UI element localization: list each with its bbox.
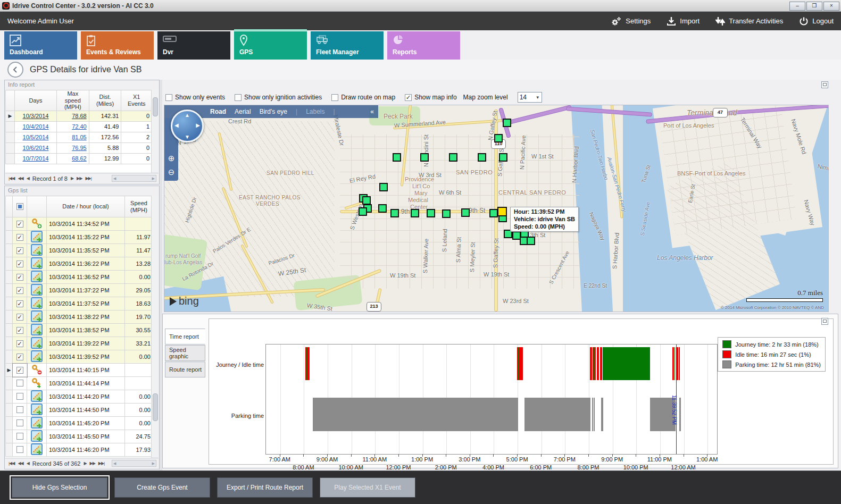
- gps-list-vscroll[interactable]: [151, 196, 159, 458]
- topbar-action-settings[interactable]: Settings: [610, 16, 651, 27]
- gps-list-hscroll[interactable]: ◀▶: [112, 460, 156, 467]
- day-link[interactable]: 10/7/2014: [23, 155, 49, 162]
- zoom-out-icon[interactable]: ⊖: [166, 167, 177, 178]
- map-compass-control[interactable]: ▲ ▼ ◀ ▶: [171, 110, 204, 142]
- selected-gps-marker[interactable]: [497, 207, 507, 216]
- nav-first-icon[interactable]: |◀◀: [9, 176, 14, 181]
- nav-prev-icon[interactable]: ◀: [27, 176, 29, 181]
- chart-tab-time-report[interactable]: Time report: [165, 329, 205, 345]
- back-button[interactable]: [7, 62, 23, 78]
- maxspeed-link[interactable]: 81.05: [72, 134, 87, 140]
- nav-prev-icon[interactable]: ◀: [27, 461, 29, 466]
- day-link[interactable]: 10/5/2014: [23, 134, 49, 140]
- checked-checkbox[interactable]: ✓: [405, 94, 412, 101]
- gps-row-checkbox[interactable]: ✓: [16, 274, 23, 281]
- gps-marker[interactable]: [499, 153, 507, 162]
- topbar-action-import[interactable]: Import: [667, 16, 700, 26]
- gps-row-checkbox[interactable]: ✓: [16, 287, 23, 294]
- day-link[interactable]: 10/6/2014: [23, 145, 49, 151]
- topbar-action-transfer-activities[interactable]: Transfer Activities: [715, 16, 783, 27]
- maxspeed-link[interactable]: 78.68: [72, 113, 87, 119]
- gps-row-checkbox[interactable]: ✓: [16, 354, 23, 360]
- create-gps-event-button[interactable]: Create Gps Event: [114, 477, 210, 498]
- tab-reports[interactable]: Reports: [387, 31, 460, 60]
- close-button[interactable]: ×: [823, 2, 839, 11]
- pan-down-icon[interactable]: ▼: [185, 134, 190, 140]
- map-option-show-only-events[interactable]: Show only events: [165, 94, 225, 101]
- topbar-action-logout[interactable]: Logout: [799, 16, 834, 26]
- gps-marker[interactable]: [503, 119, 511, 127]
- gps-row-checkbox[interactable]: ✓: [16, 300, 23, 307]
- nav-prevpage-icon[interactable]: ◀◀: [18, 461, 23, 466]
- export-print-route-report-button[interactable]: Export / Print Route Report: [217, 477, 313, 498]
- chart-tab-route-report[interactable]: Route report: [165, 362, 205, 377]
- pan-up-icon[interactable]: ▲: [185, 112, 190, 118]
- nav-next-icon[interactable]: ▶: [84, 461, 86, 466]
- gps-row-checkbox[interactable]: ✓: [16, 340, 23, 347]
- nav-next-icon[interactable]: ▶: [71, 176, 73, 181]
- unchecked-checkbox[interactable]: [165, 94, 172, 101]
- gps-marker[interactable]: [489, 209, 498, 217]
- gps-marker[interactable]: [379, 183, 388, 191]
- zoom-in-icon[interactable]: ⊕: [166, 153, 177, 164]
- day-link[interactable]: 10/4/2014: [23, 123, 49, 130]
- tab-dashboard[interactable]: Dashboard: [4, 31, 77, 60]
- maxspeed-link[interactable]: 72.40: [72, 123, 87, 130]
- pan-left-icon[interactable]: ◀: [174, 122, 179, 128]
- gps-row-checkbox[interactable]: ✓: [16, 314, 23, 321]
- map-zoom-level-select[interactable]: 14▼: [518, 92, 542, 103]
- maxspeed-link[interactable]: 76.95: [72, 145, 87, 151]
- gps-row-checkbox[interactable]: ✓: [16, 221, 23, 228]
- info-report-hscroll[interactable]: ◀▶: [112, 175, 156, 182]
- nav-last-icon[interactable]: ▶▶|: [98, 461, 104, 466]
- nav-first-icon[interactable]: |◀◀: [9, 461, 14, 466]
- gps-marker[interactable]: [393, 153, 401, 162]
- maxspeed-link[interactable]: 68.62: [72, 155, 87, 162]
- map-view-road[interactable]: Road: [210, 108, 226, 115]
- gps-marker[interactable]: [390, 209, 399, 217]
- chart-tab-speed-graphic[interactable]: Speed graphic: [165, 345, 205, 361]
- map-view-aerial[interactable]: Aerial: [235, 108, 251, 115]
- nav-nextpage-icon[interactable]: ▶▶: [77, 176, 82, 181]
- gps-marker[interactable]: [411, 209, 419, 217]
- gps-row-checkbox[interactable]: ✓: [16, 261, 23, 267]
- map-view-labels[interactable]: Labels: [306, 108, 324, 115]
- tab-dvr[interactable]: Dvr: [157, 31, 230, 60]
- collapse-map-panel-button[interactable]: [821, 81, 828, 88]
- map-toolbar-collapse-icon[interactable]: «: [370, 108, 374, 115]
- hide-gps-selection-button[interactable]: Hide Gps Selection: [12, 477, 107, 498]
- nav-nextpage-icon[interactable]: ▶▶: [90, 461, 95, 466]
- gps-row-checkbox[interactable]: [16, 393, 23, 400]
- gps-row-checkbox[interactable]: [16, 419, 23, 426]
- info-report-vscroll[interactable]: [151, 90, 159, 173]
- gps-row-checkbox[interactable]: [16, 406, 23, 413]
- select-all-checkbox[interactable]: [16, 203, 23, 210]
- collapse-chart-panel-button[interactable]: [821, 318, 828, 325]
- maximize-button[interactable]: ❒: [806, 2, 822, 11]
- gps-marker[interactable]: [427, 209, 435, 217]
- map-view-birdseye[interactable]: Bird's eye: [260, 108, 287, 115]
- gps-marker[interactable]: [359, 207, 367, 216]
- gps-row-checkbox[interactable]: ✓: [16, 367, 23, 374]
- minimize-button[interactable]: –: [789, 2, 805, 11]
- gps-marker[interactable]: [378, 204, 387, 213]
- play-selected-x1-event-button[interactable]: Play Selected X1 Event: [320, 477, 415, 498]
- gps-marker[interactable]: [478, 153, 486, 162]
- pan-right-icon[interactable]: ▶: [196, 122, 200, 128]
- tab-fleet-manager[interactable]: Fleet Manager: [311, 31, 384, 60]
- gps-marker[interactable]: [527, 237, 535, 245]
- gps-marker[interactable]: [494, 134, 503, 142]
- unchecked-checkbox[interactable]: [235, 94, 242, 101]
- map-option-draw-route-on-map[interactable]: Draw route on map: [331, 94, 395, 101]
- map-option-show-only-ignition-activities[interactable]: Show only ignition activities: [235, 94, 322, 101]
- map-option-show-map-info[interactable]: ✓Show map info: [405, 94, 456, 101]
- tab-gps[interactable]: GPS: [234, 31, 307, 60]
- gps-row-checkbox[interactable]: [16, 446, 23, 453]
- tab-events-reviews[interactable]: Events & Reviews: [81, 31, 154, 60]
- day-link[interactable]: 10/3/2014: [23, 113, 49, 119]
- gps-row-checkbox[interactable]: ✓: [16, 234, 23, 241]
- gps-row-checkbox[interactable]: [16, 380, 23, 387]
- gps-marker[interactable]: [461, 208, 470, 217]
- gps-marker[interactable]: [449, 153, 457, 162]
- bing-map[interactable]: Peck ParkW Summerland AveCrest RdMirales…: [164, 105, 829, 312]
